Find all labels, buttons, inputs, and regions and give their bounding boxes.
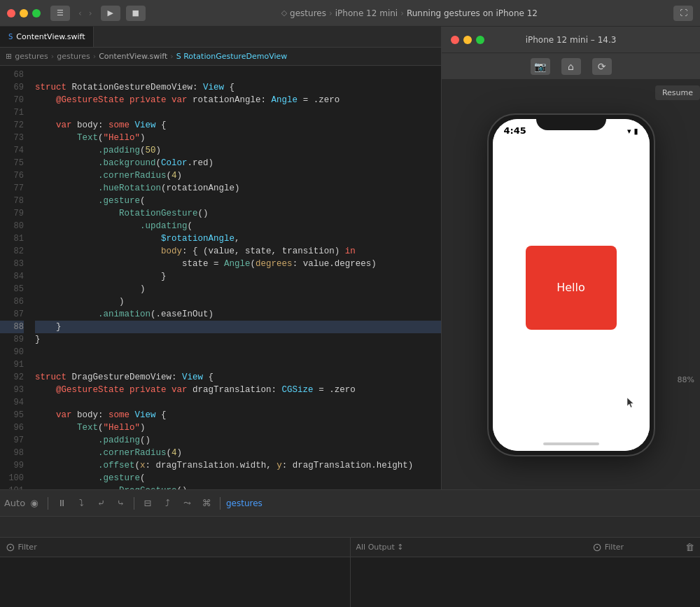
filter-input[interactable] [40,543,344,552]
bc-part1[interactable]: gestures [15,52,48,61]
cursor-icon [626,396,637,409]
code-line-90 [35,346,441,358]
iphone-frame: 4:45 ▾ ▮ Hello [487,113,655,456]
step-into-button[interactable]: ⤶ [93,496,108,511]
stop-button[interactable]: ■ [126,6,146,21]
code-line-97: .padding() [35,434,441,447]
fullscreen-button[interactable] [32,9,41,18]
status-time: 4:45 [504,125,526,136]
location-button[interactable]: ⌘ [199,496,214,511]
file-tab-contentview[interactable]: S ContentView.swift [0,27,94,47]
bottom-left-panel: ⊙ Filter [0,538,351,607]
back-arrow[interactable]: ‹ [76,7,85,20]
code-line-78: .gesture( [35,195,441,207]
filter-icon: ⊙ [6,540,15,554]
trash-button[interactable]: 🗑 [685,542,694,552]
bc-part3[interactable]: ContentView.swift [99,52,167,61]
sim-close-button[interactable] [451,36,459,44]
code-line-77: .hueRotation(rotationAngle) [35,182,441,195]
fullscreen-icon-btn[interactable]: ⛶ [673,6,693,21]
code-line-76: .cornerRadius(4) [35,169,441,182]
debug-bar: Auto ◉ ⏸ ⤵ ⤶ ⤷ ⊟ ⤴ ⤳ ⌘ gestures [0,489,700,516]
line-numbers: 68 69 70 71 72 73 74 75 76 77 78 79 80 8… [0,66,29,489]
title-bar: ☰ ‹ › ▶ ■ ◇ gestures › iPhone 12 mini › … [0,0,700,27]
wifi-icon: ▾ [627,127,631,136]
run-breadcrumb: ◇ gestures › iPhone 12 mini › Running ge… [151,8,668,18]
sim-minimize-button[interactable] [463,36,472,44]
bottom-panel: ⊙ Filter All Output ↕ ⊙ Filter 🗑 [0,516,700,607]
iphone-screen: 4:45 ▾ ▮ Hello [493,119,650,451]
sim-traffic-lights [451,36,484,44]
debug-sep-2 [134,497,134,510]
bottom-left-content [0,557,350,607]
code-line-94 [35,396,441,409]
code-line-85: ) [35,283,441,295]
status-icons: ▾ ▮ [627,127,638,136]
rotate-button[interactable]: ⟳ [592,58,612,75]
file-breadcrumb: ⊞ gestures › gestures › ContentView.swif… [0,48,441,66]
filter-icon-2: ⊙ [592,540,601,554]
simulator-title-bar: iPhone 12 mini – 14.3 [442,27,700,53]
output-toolbar: All Output ↕ ⊙ Filter 🗑 [351,538,701,557]
step-out-button[interactable]: ⤷ [113,496,128,511]
pause-button[interactable]: ⏸ [54,496,69,511]
code-lines[interactable]: struct RotationGestureDemoView: View { @… [29,66,441,489]
code-line-89: } [35,333,441,346]
bc-sep1: › [51,52,54,61]
iphone-body[interactable]: Hello [493,139,650,437]
simulator-toolbar: 📷 ⌂ ⟳ [442,53,700,80]
code-line-87: .animation(.easeInOut) [35,308,441,321]
layout-toggle-button[interactable]: ⊟ [140,496,155,511]
code-line-99: .offset(x: dragTranslation.width, y: dra… [35,459,441,472]
screenshot-button[interactable]: 📷 [531,58,550,75]
bc-part2[interactable]: gestures [57,52,90,61]
close-button[interactable] [7,9,15,18]
scheme-name: gestures [290,8,326,18]
code-line-83: state = Angle(degrees: value.degrees) [35,258,441,270]
simulator-panel: iPhone 12 mini – 14.3 📷 ⌂ ⟳ Resume 4:45 … [441,27,700,489]
code-line-95: var body: some View { [35,409,441,421]
share-button[interactable]: ⤴ [160,496,175,511]
hello-text: Hello [556,281,585,294]
minimize-button[interactable] [20,9,28,18]
debug-auto-label[interactable]: Auto [7,496,22,511]
bc-struct[interactable]: S RotationGestureDemoView [176,52,288,61]
debug-show-vars-button[interactable]: ◉ [27,496,42,511]
sidebar-toggle-button[interactable]: ☰ [50,6,70,21]
resume-button[interactable]: Resume [655,85,700,100]
main-area: S ContentView.swift ⊞ gestures › gesture… [0,27,700,489]
code-line-74: .padding(50) [35,144,441,157]
filter-input-2[interactable] [626,543,682,552]
step-over-button[interactable]: ⤵ [74,496,89,511]
file-tab-label: ContentView.swift [16,32,85,41]
iphone-home-bar [493,437,650,451]
play-button[interactable]: ▶ [101,6,120,21]
scheme-label-debug: gestures [226,498,262,508]
breadcrumb-sep: › [329,8,332,18]
code-content[interactable]: 68 69 70 71 72 73 74 75 76 77 78 79 80 8… [0,66,441,489]
code-line-91 [35,358,441,371]
bottom-left-toolbar: ⊙ Filter [0,538,350,557]
code-line-98: .cornerRadius(4) [35,447,441,459]
output-area [351,557,701,607]
bottom-tabs [0,517,700,538]
code-line-73: Text("Hello") [35,132,441,144]
home-button[interactable]: ⌂ [561,58,581,75]
code-line-72: var body: some View { [35,119,441,132]
code-line-82: body: { (value, state, transition) in [35,245,441,258]
sim-fullscreen-button[interactable] [476,36,484,44]
debug-sep-3 [220,497,220,510]
forward-arrow[interactable]: › [86,7,95,20]
bc-sep2: › [93,52,96,61]
filter-label: Filter [18,543,36,552]
debug-sep-1 [48,497,48,510]
traffic-lights [7,9,41,18]
code-line-79: RotationGesture() [35,207,441,220]
thread-button[interactable]: ⤳ [179,496,195,511]
bottom-right-panel: All Output ↕ ⊙ Filter 🗑 [351,538,701,607]
all-output-label: All Output ↕ [356,543,404,552]
code-line-81: $rotationAngle, [35,232,441,245]
simulator-title-label: iPhone 12 mini – 14.3 [526,35,617,45]
iphone-notch [536,115,606,130]
battery-icon: ▮ [634,127,638,136]
